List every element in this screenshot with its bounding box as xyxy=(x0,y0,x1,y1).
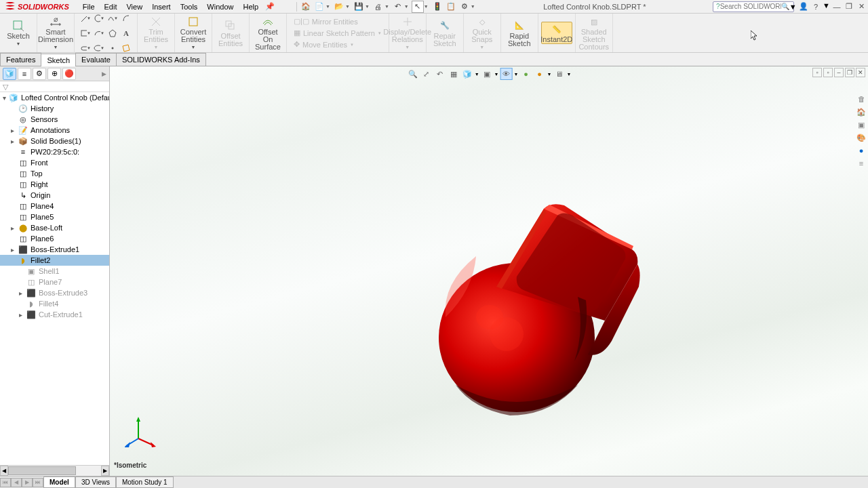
appearance-icon[interactable]: ● xyxy=(519,68,532,80)
circle-icon[interactable]: ▼ xyxy=(94,13,104,24)
open-icon[interactable]: 📂 xyxy=(333,1,345,13)
tree-solid-bodies[interactable]: ▸📦Solid Bodies(1) xyxy=(0,136,109,146)
search-input[interactable] xyxy=(720,3,781,10)
panel-tab-feature-tree[interactable]: 🧊 xyxy=(3,68,16,80)
tab-model[interactable]: Model xyxy=(43,476,75,488)
view-settings-icon[interactable]: 🖥 xyxy=(553,68,565,80)
tree-shell1[interactable]: ▣Shell1 xyxy=(0,266,109,277)
tree-plane4[interactable]: ◫Plane4 xyxy=(0,201,109,211)
vp-min-icon[interactable]: – xyxy=(834,68,844,77)
search-icon[interactable]: 🔍 xyxy=(781,3,789,10)
zoom-area-icon[interactable]: ⤢ xyxy=(420,68,433,80)
offset-surface-button[interactable]: Offset On Surface xyxy=(252,15,283,51)
settings-icon[interactable]: ⚙ xyxy=(458,1,471,13)
tab-sketch[interactable]: Sketch xyxy=(41,54,76,66)
smart-dimension-button[interactable]: ⌀ Smart Dimension ▼ xyxy=(40,15,71,51)
view-triad[interactable] xyxy=(125,415,159,449)
restore-icon[interactable]: ❐ xyxy=(844,1,854,12)
rebuild-icon[interactable]: 🚦 xyxy=(431,1,443,13)
page-prev-icon[interactable]: ◀ xyxy=(11,478,22,487)
vp-close-icon[interactable]: ✕ xyxy=(856,68,865,77)
side-trash-icon[interactable]: 🗑 xyxy=(856,94,867,104)
fillet-icon[interactable] xyxy=(121,13,132,24)
pin-icon[interactable]: 📌 xyxy=(265,2,275,11)
vp-max-icon[interactable]: ▫ xyxy=(823,68,833,77)
tree-history[interactable]: 🕑History xyxy=(0,103,109,114)
polygon-icon[interactable] xyxy=(107,28,118,39)
save-icon[interactable]: 💾 xyxy=(353,1,365,13)
viewport-3d[interactable]: 🔍 ⤢ ↶ ▦ 🧊▼ ▣▼ 👁▼ ● ●▼ 🖥▼ ▫ ▫ – ❐ ✕ 🗑 🏠 ▣… xyxy=(110,66,868,476)
tab-motion[interactable]: Motion Study 1 xyxy=(116,476,174,488)
menu-window[interactable]: Window xyxy=(203,1,237,12)
hide-show-icon[interactable]: 👁 xyxy=(500,68,513,80)
tree-plane5[interactable]: ◫Plane5 xyxy=(0,211,109,222)
instant2d-button[interactable]: 📏Instant2D xyxy=(541,22,572,44)
options-icon[interactable]: 📋 xyxy=(445,1,457,13)
rapid-sketch-button[interactable]: 📐Rapid Sketch xyxy=(504,19,535,47)
tab-features[interactable]: Features xyxy=(0,53,41,66)
point-icon[interactable] xyxy=(107,43,118,54)
tree-boss-extrude3[interactable]: ▸⬛Boss-Extrude3 xyxy=(0,287,109,298)
zoom-fit-icon[interactable]: 🔍 xyxy=(407,68,419,80)
undo-icon[interactable]: ↶ xyxy=(392,1,404,13)
panel-tab-config[interactable]: ⚙ xyxy=(33,68,46,80)
page-last-icon[interactable]: ⏭ xyxy=(33,478,43,487)
tree-root[interactable]: ▾🧊Lofted Control Knob (Default<<Default xyxy=(0,92,109,103)
tree-boss-extrude1[interactable]: ▸⬛Boss-Extrude1 xyxy=(0,244,109,255)
side-list-icon[interactable]: ≡ xyxy=(856,158,867,169)
filter-icon[interactable]: ▽ xyxy=(3,83,8,91)
panel-scrollbar[interactable]: ◀▶ xyxy=(0,465,109,476)
tab-evaluate[interactable]: Evaluate xyxy=(75,53,117,66)
select-icon[interactable]: ↖ xyxy=(412,1,424,13)
new-icon[interactable]: 📄 xyxy=(313,1,326,13)
close-icon[interactable]: ✕ xyxy=(856,1,867,12)
side-select-icon[interactable]: ▣ xyxy=(856,119,867,130)
rect-icon[interactable]: ▼ xyxy=(80,28,91,39)
tree-base-loft[interactable]: ▸⬤Base-Loft xyxy=(0,222,109,233)
tree-cut-extrude1[interactable]: ▸⬛Cut-Extrude1 xyxy=(0,309,109,320)
tab-addins[interactable]: SOLIDWORKS Add-Ins xyxy=(116,53,206,66)
page-next-icon[interactable]: ▶ xyxy=(22,478,33,487)
page-first-icon[interactable]: ⏮ xyxy=(0,478,11,487)
tree-plane6[interactable]: ◫Plane6 xyxy=(0,233,109,244)
help-icon[interactable]: ? xyxy=(810,1,821,12)
panel-tab-dim[interactable]: ⊕ xyxy=(47,68,61,80)
user-icon[interactable]: 👤 xyxy=(798,1,809,12)
tree-material[interactable]: ≡PW20:29:5c:0: xyxy=(0,146,109,157)
tab-3dviews[interactable]: 3D Views xyxy=(75,476,116,488)
side-home-icon[interactable]: 🏠 xyxy=(856,106,867,117)
view-orient-icon[interactable]: 🧊 xyxy=(461,68,473,80)
vp-split-icon[interactable]: ▫ xyxy=(812,68,822,77)
menu-help[interactable]: Help xyxy=(239,1,262,12)
tree-fillet2[interactable]: ◗Fillet2 xyxy=(0,255,109,266)
panel-tab-display[interactable]: 🔴 xyxy=(62,68,76,80)
menu-tools[interactable]: Tools xyxy=(176,1,202,12)
arc-icon[interactable]: ▼ xyxy=(94,28,104,39)
text-icon[interactable]: A xyxy=(121,28,132,39)
display-style-icon[interactable]: ▣ xyxy=(481,68,493,80)
tree-annotations[interactable]: ▸📝Annotations xyxy=(0,125,109,136)
prev-view-icon[interactable]: ↶ xyxy=(434,68,446,80)
tree-sensors[interactable]: ◎Sensors xyxy=(0,114,109,125)
tree-right[interactable]: ◫Right xyxy=(0,179,109,190)
print-icon[interactable]: 🖨 xyxy=(372,1,384,13)
section-icon[interactable]: ▦ xyxy=(448,68,460,80)
panel-tab-property[interactable]: ≡ xyxy=(18,68,31,80)
scene-icon[interactable]: ● xyxy=(533,68,545,80)
search-box[interactable]: ? 🔍 ▼ xyxy=(713,1,794,12)
ellipse-icon[interactable]: ▼ xyxy=(94,43,104,54)
tree-origin[interactable]: ↳Origin xyxy=(0,190,109,201)
tree-top[interactable]: ◫Top xyxy=(0,168,109,179)
side-sphere-icon[interactable]: ● xyxy=(856,145,867,156)
home-icon[interactable]: 🏠 xyxy=(300,1,312,13)
side-colors-icon[interactable]: 🎨 xyxy=(856,132,867,143)
vp-restore-icon[interactable]: ❐ xyxy=(845,68,854,77)
menu-insert[interactable]: Insert xyxy=(148,1,175,12)
sketch-button[interactable]: Sketch ▼ xyxy=(3,19,34,47)
slot-icon[interactable]: ▼ xyxy=(80,43,91,54)
tree-front[interactable]: ◫Front xyxy=(0,157,109,168)
tree-plane7[interactable]: ◫Plane7 xyxy=(0,277,109,287)
plane-icon[interactable] xyxy=(121,43,132,54)
tree-fillet4[interactable]: ◗Fillet4 xyxy=(0,298,109,309)
spline-icon[interactable]: ▼ xyxy=(107,13,118,24)
